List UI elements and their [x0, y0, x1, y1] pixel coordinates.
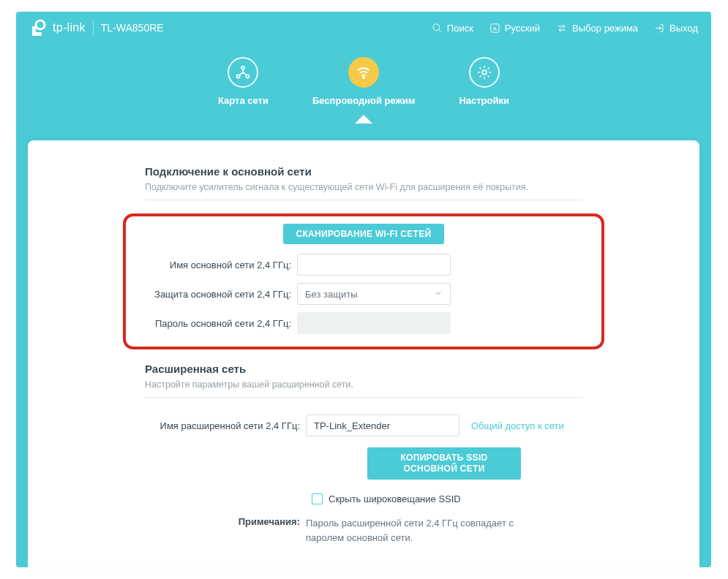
host-password-input [297, 312, 451, 334]
brand-logo: tp-link [29, 18, 86, 37]
network-share-link[interactable]: Общий доступ к сети [471, 420, 564, 431]
tplink-logo-icon [29, 18, 48, 37]
tab-label: Карта сети [218, 95, 269, 106]
divider [145, 200, 582, 200]
logout-link[interactable]: Выход [654, 23, 698, 34]
mode-label: Выбор режима [572, 23, 638, 34]
language-label: Русский [505, 23, 540, 34]
ext-section-title: Расширенная сеть [145, 363, 582, 375]
gear-icon [476, 64, 492, 80]
top-bar: tp-link TL-WA850RE Поиск A Русский Выбор… [16, 12, 711, 44]
hide-ssid-label: Скрыть широковещание SSID [329, 493, 461, 504]
host-password-label: Пароль основной сети 2,4 ГГц: [136, 318, 297, 329]
mode-link[interactable]: Выбор режима [556, 23, 638, 34]
host-section-title: Подключение к основной сети [145, 165, 582, 178]
svg-rect-2 [32, 32, 42, 36]
host-security-value: Без защиты [305, 289, 358, 300]
chevron-down-icon [434, 289, 443, 300]
host-security-select[interactable]: Без защиты [297, 283, 451, 305]
mode-switch-icon [556, 23, 568, 34]
svg-point-7 [241, 66, 244, 69]
host-security-label: Защита основной сети 2,4 ГГц: [136, 289, 297, 300]
tab-settings[interactable]: Настройки [459, 57, 509, 106]
wifi-icon [356, 64, 372, 80]
brand-name: tp-link [53, 21, 86, 34]
divider [145, 397, 582, 398]
network-map-icon [235, 64, 251, 80]
ext-ssid-label: Имя расширенной сети 2,4 ГГц: [145, 420, 306, 431]
svg-point-11 [482, 70, 487, 75]
hide-ssid-checkbox[interactable] [312, 493, 323, 504]
search-link[interactable]: Поиск [432, 23, 473, 34]
content-panel: Подключение к основной сети Подключите у… [28, 140, 699, 567]
svg-text:A: A [493, 25, 498, 31]
svg-point-0 [36, 20, 45, 29]
host-section-subtitle: Подключите усилитель сигнала к существую… [145, 182, 582, 192]
logout-icon [654, 23, 665, 34]
highlight-box: СКАНИРОВАНИЕ WI-FI СЕТЕЙ Имя основной се… [123, 213, 604, 349]
device-model: TL-WA850RE [101, 22, 164, 34]
logout-label: Выход [669, 23, 698, 34]
host-ssid-label: Имя основной сети 2,4 ГГц: [136, 260, 297, 270]
host-ssid-input[interactable] [297, 254, 451, 276]
ext-section-subtitle: Настройте параметры вашей расширенной се… [145, 379, 582, 390]
copy-ssid-button[interactable]: КОПИРОВАТЬ SSID ОСНОВНОЙ СЕТИ [367, 447, 521, 480]
svg-point-3 [433, 23, 440, 30]
divider [93, 20, 94, 35]
search-label: Поиск [447, 23, 473, 34]
svg-line-4 [438, 29, 440, 31]
note-label: Примечания: [145, 516, 306, 545]
main-nav: Карта сети Беспроводной режим Настройки [16, 44, 711, 124]
tab-label: Беспроводной режим [312, 95, 415, 106]
language-link[interactable]: A Русский [489, 23, 540, 34]
note-text: Пароль расширенной сети 2,4 ГГц совпадае… [306, 516, 533, 545]
svg-point-10 [363, 77, 364, 78]
tab-wireless[interactable]: Беспроводной режим [312, 57, 415, 106]
tab-network-map[interactable]: Карта сети [218, 57, 269, 106]
tab-label: Настройки [459, 95, 509, 106]
ext-ssid-input[interactable] [306, 415, 459, 436]
scan-wifi-button[interactable]: СКАНИРОВАНИЕ WI-FI СЕТЕЙ [283, 224, 445, 244]
language-icon: A [489, 23, 500, 34]
search-icon [432, 23, 443, 34]
